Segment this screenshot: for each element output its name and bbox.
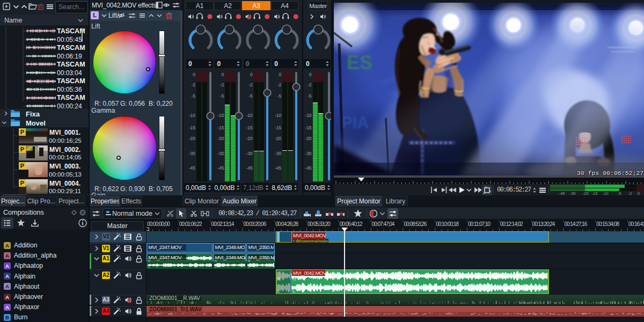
svg-text:PIA: PIA: [341, 113, 369, 132]
